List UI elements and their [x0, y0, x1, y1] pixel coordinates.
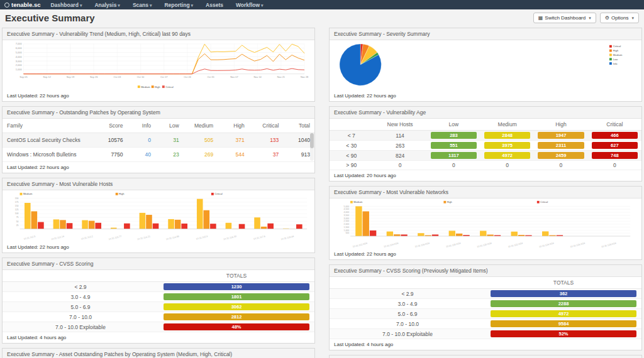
nav-item-dashboard[interactable]: Dashboard▾ — [50, 2, 82, 8]
cell-totals[interactable]: 2812 — [158, 312, 314, 322]
table-row[interactable]: 5.0 - 6.93062 — [3, 302, 314, 312]
table-row[interactable]: 7.0 - 10.0 Exploitable48% — [3, 322, 314, 332]
cvss-total-bar[interactable]: 52% — [491, 330, 636, 337]
cell-low[interactable]: 0 — [427, 161, 480, 170]
critical-pill[interactable]: 748 — [592, 152, 638, 159]
nav-item-workflow[interactable]: Workflow▾ — [236, 2, 264, 8]
cell-critical[interactable]: 0 — [588, 161, 641, 170]
cell-totals[interactable]: 1230 — [158, 282, 314, 292]
panel-header[interactable]: Executive Summary - CVSS Scoring — [3, 258, 314, 270]
cell-critical[interactable]: 466 — [588, 131, 641, 141]
cvss-total-bar[interactable]: 1801 — [164, 293, 309, 300]
svg-text:10.31.114.0/24: 10.31.114.0/24 — [384, 242, 399, 248]
panel-header[interactable]: Executive Summary - CVSS Scoring (Previo… — [330, 265, 641, 277]
options-button[interactable]: ⚙ Options ▾ — [600, 13, 639, 23]
table-row[interactable]: < 2.9362 — [330, 289, 641, 299]
table-row[interactable]: 3.0 - 4.91801 — [3, 292, 314, 302]
cell-high[interactable]: 371 — [218, 133, 249, 148]
cell-medium[interactable]: 0 — [480, 161, 534, 170]
low-pill[interactable]: 283 — [431, 132, 477, 139]
cell-totals[interactable]: 4972 — [486, 309, 641, 319]
cell-totals[interactable]: 362 — [486, 289, 641, 299]
high-pill[interactable]: 1947 — [538, 132, 584, 139]
table-row[interactable]: < 711428328481947466 — [330, 131, 641, 141]
gear-icon: ⚙ — [605, 15, 609, 21]
scrollbar-thumb[interactable] — [310, 133, 314, 148]
nav-item-scans[interactable]: Scans▾ — [133, 2, 152, 8]
cvss-total-bar[interactable]: 4972 — [491, 310, 636, 317]
cell-totals[interactable]: 2288 — [486, 299, 641, 309]
cvss-total-bar[interactable]: 2812 — [164, 313, 309, 320]
caret-down-icon: ▾ — [589, 16, 591, 21]
panel-header[interactable]: Executive Summary - Severity Summary — [330, 28, 641, 40]
cell-medium[interactable]: 269 — [184, 148, 218, 162]
table-row[interactable]: Windows : Microsoft Bulletins77504023269… — [3, 148, 314, 162]
panel-header[interactable]: Executive Summary - Most Vulnerable Host… — [3, 178, 314, 190]
cell-critical[interactable]: 748 — [588, 151, 641, 161]
cell-critical[interactable]: 37 — [249, 148, 284, 162]
medium-pill[interactable]: 3975 — [484, 142, 530, 149]
panel-asset-summary-ms-bulletins: Executive Summary - Asset Summary by MS … — [329, 355, 642, 358]
nav-item-assets[interactable]: Assets — [206, 2, 223, 8]
cvss-total-bar[interactable]: 2288 — [491, 300, 636, 307]
table-row[interactable]: 7.0 - 10.0 Exploitable52% — [330, 329, 641, 339]
cvss-total-bar[interactable]: 3062 — [164, 303, 309, 310]
table-row[interactable]: > 9000000 — [330, 161, 641, 170]
table-row[interactable]: 3.0 - 4.92288 — [330, 299, 641, 309]
cell-low[interactable]: 1317 — [427, 151, 480, 161]
cell-totals[interactable]: 48% — [158, 322, 314, 332]
low-pill[interactable]: 1317 — [431, 152, 477, 159]
cell-critical[interactable]: 627 — [588, 141, 641, 151]
cvss-total-bar[interactable]: 48% — [164, 323, 309, 330]
cell-low[interactable]: 31 — [155, 133, 184, 148]
critical-pill[interactable]: 466 — [592, 132, 638, 139]
cell-totals[interactable]: 52% — [486, 329, 641, 339]
table-row[interactable]: < 2.91230 — [3, 282, 314, 292]
cell-high[interactable]: 2311 — [534, 141, 587, 151]
cell-low[interactable]: 551 — [427, 141, 480, 151]
cell-low[interactable]: 283 — [427, 131, 480, 141]
svg-text:Sep 19: Sep 19 — [67, 75, 74, 79]
panel-header[interactable]: Executive Summary - Asset Outstanding Pa… — [3, 349, 314, 358]
cell-high[interactable]: 0 — [534, 161, 587, 170]
cvss-total-bar[interactable]: 1230 — [164, 283, 309, 290]
cell-info[interactable]: 40 — [127, 148, 155, 162]
high-pill[interactable]: 2311 — [538, 142, 584, 149]
table-row[interactable]: < 3026355139752311627 — [330, 141, 641, 151]
medium-pill[interactable]: 4972 — [484, 152, 530, 159]
cell-medium[interactable]: 3975 — [480, 141, 534, 151]
cell-totals[interactable]: 1801 — [158, 292, 314, 302]
cell-high[interactable]: 1947 — [534, 131, 587, 141]
cell-totals[interactable]: 3062 — [158, 302, 314, 312]
table-row[interactable]: 5.0 - 6.94972 — [330, 309, 641, 319]
critical-pill[interactable]: 627 — [592, 142, 638, 149]
panel-header[interactable]: Executive Summary - Most Vulnerable Netw… — [330, 187, 641, 198]
cvss-total-bar[interactable]: 362 — [491, 290, 636, 297]
table-row[interactable]: < 90824131749722459748 — [330, 151, 641, 161]
medium-pill[interactable]: 2848 — [484, 132, 530, 139]
panel-header[interactable]: Executive Summary - Vulnerability Trend … — [3, 28, 314, 40]
table-row[interactable]: CentOS Local Security Checks105760315053… — [3, 133, 314, 148]
panel-header[interactable]: Executive Summary - Outstanding Patches … — [3, 107, 314, 119]
cell-medium[interactable]: 505 — [184, 133, 218, 148]
cell-low[interactable]: 23 — [155, 148, 184, 162]
cell-medium[interactable]: 4972 — [480, 151, 534, 161]
cell-critical[interactable]: 133 — [249, 133, 284, 148]
table-row[interactable]: 7.0 - 10.02812 — [3, 312, 314, 322]
cell-medium[interactable]: 2848 — [480, 131, 534, 141]
scrollbar[interactable] — [310, 133, 314, 161]
tenable-logo[interactable]: tenable.sc — [4, 1, 40, 8]
switch-dashboard-button[interactable]: ▦ Switch Dashboard ▾ — [533, 13, 596, 23]
nav-item-analysis[interactable]: Analysis▾ — [94, 2, 119, 8]
cvss-total-bar[interactable]: 9584 — [491, 320, 636, 327]
cell-high[interactable]: 2459 — [534, 151, 587, 161]
cell-high[interactable]: 544 — [218, 148, 249, 162]
high-pill[interactable]: 2459 — [538, 152, 584, 159]
panel-header[interactable]: Executive Summary - Vulnerability Age — [330, 107, 641, 119]
nav-item-reporting[interactable]: Reporting▾ — [164, 2, 193, 8]
cell-info[interactable]: 0 — [127, 133, 155, 148]
cell-totals[interactable]: 9584 — [486, 319, 641, 329]
table-row[interactable]: 7.0 - 10.09584 — [330, 319, 641, 329]
low-pill[interactable]: 551 — [431, 142, 477, 149]
panel-header[interactable]: Executive Summary - Asset Summary by MS … — [330, 355, 641, 358]
